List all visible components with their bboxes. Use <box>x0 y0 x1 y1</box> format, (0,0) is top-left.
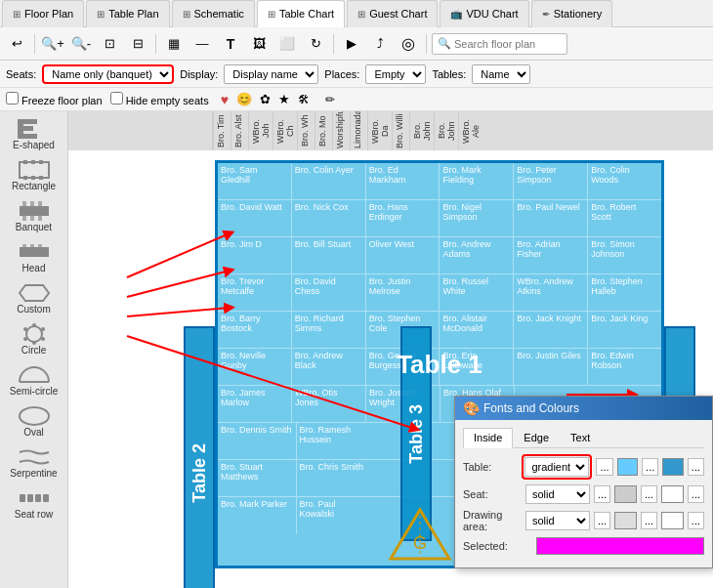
shape-custom[interactable]: Custom <box>3 279 65 317</box>
tables-select[interactable]: Name <box>472 64 530 84</box>
main-area: E-shaped Rectangle Banquet Head Custom <box>0 111 713 588</box>
seat-type-select[interactable]: solid gradient <box>525 484 590 504</box>
line-button[interactable]: — <box>189 31 215 57</box>
circle-icon <box>17 323 52 345</box>
svg-rect-16 <box>30 216 34 221</box>
drawing-type-select[interactable]: solid gradient <box>525 511 590 530</box>
zoom-fit-button[interactable]: ⊡ <box>97 31 122 57</box>
table-color2-swatch[interactable] <box>662 458 684 476</box>
seat-cell: Bro. David Chess <box>292 274 366 311</box>
print-button[interactable]: ▶ <box>339 31 364 57</box>
dialog-tab-inside[interactable]: Inside <box>463 428 513 448</box>
svg-rect-13 <box>30 201 34 206</box>
dialog-tab-edge[interactable]: Edge <box>513 428 560 447</box>
seat-color1-btn[interactable]: ... <box>594 485 610 503</box>
seat-cell: Bro. Trevor Metcalfe <box>218 274 292 311</box>
export-button[interactable]: ⤴ <box>367 31 393 57</box>
tab-stationery[interactable]: ✒ Stationery <box>531 0 613 27</box>
seat-cell: Bro. Chris Smith <box>297 460 375 496</box>
svg-rect-7 <box>39 160 43 164</box>
search-input[interactable] <box>454 38 562 50</box>
zoom-out-button[interactable]: 🔍- <box>68 31 94 57</box>
undo-button[interactable]: ↩ <box>4 31 29 57</box>
table-color1-btn[interactable]: ... <box>596 458 612 476</box>
col-header-5: Bro. Mo <box>315 111 332 150</box>
rotate-button[interactable]: ↻ <box>303 31 328 57</box>
shape-seat-row[interactable]: Seat row <box>3 484 65 523</box>
shape-e-shaped[interactable]: E-shaped <box>3 115 65 153</box>
star-icon: ★ <box>278 92 290 106</box>
image-button[interactable]: 🖼 <box>246 31 272 57</box>
seat-color2-btn[interactable]: ... <box>641 485 657 503</box>
drawing-color2-btn[interactable]: ... <box>641 512 657 529</box>
seat-cell: Bro. Justin Giles <box>514 349 588 385</box>
seat-cell: Bro. Paul Kowalski <box>297 497 375 534</box>
vdu-chart-icon: 📺 <box>450 9 462 20</box>
semi-circle-icon <box>17 364 52 386</box>
shape-head[interactable]: Head <box>3 238 65 276</box>
svg-rect-6 <box>31 160 35 164</box>
shape-banquet[interactable]: Banquet <box>3 197 65 235</box>
table-type-select[interactable]: gradient solid <box>524 457 589 477</box>
seats-bar: Seats: Name only (banquet) Display: Disp… <box>0 61 713 88</box>
freeze-checkbox[interactable] <box>6 92 19 105</box>
display-select[interactable]: Display name <box>224 64 318 84</box>
seat-cell: Bro. Edwin Robson <box>588 349 661 385</box>
shape-circle[interactable]: Circle <box>3 320 65 358</box>
svg-rect-1 <box>23 119 37 124</box>
col-header-11: Bro. John <box>434 111 458 150</box>
dialog-tab-text[interactable]: Text <box>560 428 601 447</box>
table1-label: Table 1 <box>397 350 482 380</box>
zoom-in-button[interactable]: 🔍+ <box>40 31 65 57</box>
seat-color3-btn[interactable]: ... <box>688 485 704 503</box>
seat-cell: Bro. Jack King <box>588 312 661 348</box>
floor-area: Bro. Tim Bro. Alst WBro. Joh WBro. Ch Br… <box>68 111 713 588</box>
text-button[interactable]: T <box>218 31 243 57</box>
seat-cell: Bro. Neville Gunby <box>218 349 292 385</box>
svg-point-28 <box>23 337 27 341</box>
svg-rect-0 <box>18 119 23 139</box>
svg-rect-35 <box>43 494 49 502</box>
tab-guest-chart[interactable]: ⊞ Guest Chart <box>347 0 438 27</box>
svg-rect-18 <box>20 247 49 257</box>
col-header-7: Limonada <box>350 111 367 150</box>
shape-semi-circle[interactable]: Semi-circle <box>3 361 65 399</box>
hide-empty-checkbox-label[interactable]: Hide empty seats <box>110 92 209 106</box>
hide-empty-checkbox[interactable] <box>110 92 123 105</box>
svg-rect-8 <box>23 176 27 180</box>
table-color2-btn[interactable]: ... <box>642 458 658 476</box>
drawing-color2-swatch[interactable] <box>661 512 684 529</box>
grid-button[interactable]: ▦ <box>161 31 187 57</box>
toolbar: ↩ 🔍+ 🔍- ⊡ ⊟ ▦ — T 🖼 ⬜ ↻ ▶ ⤴ ◎ 🔍 <box>0 27 713 61</box>
svg-point-24 <box>32 323 36 327</box>
toolbar-sep-3 <box>333 34 334 54</box>
schematic-icon: ⊞ <box>183 9 190 20</box>
shape-oval[interactable]: Oval <box>3 402 65 441</box>
table-color1-swatch[interactable] <box>617 458 639 476</box>
table2[interactable]: Table 2 <box>184 326 215 588</box>
shape-button[interactable]: ⬜ <box>274 31 300 57</box>
selected-color-swatch[interactable] <box>536 537 704 555</box>
tab-floor-plan[interactable]: ⊞ Floor Plan <box>2 0 84 27</box>
seat-color1-swatch[interactable] <box>614 485 637 503</box>
tab-vdu-chart[interactable]: 📺 VDU Chart <box>440 0 528 27</box>
shape-serpentine[interactable]: Serpentine <box>3 443 65 482</box>
tab-table-chart[interactable]: ⊞ Table Chart <box>257 0 345 27</box>
zoom-actual-button[interactable]: ⊟ <box>125 31 150 57</box>
tab-schematic[interactable]: ⊞ Schematic <box>172 0 255 27</box>
drawing-color1-btn[interactable]: ... <box>594 512 610 529</box>
email-button[interactable]: ◎ <box>396 31 421 57</box>
table-color3-btn[interactable]: ... <box>688 458 704 476</box>
seat-color2-swatch[interactable] <box>661 485 684 503</box>
drawing-row-label: Drawing area: <box>463 509 522 532</box>
shape-rectangle[interactable]: Rectangle <box>3 156 65 194</box>
tab-table-plan[interactable]: ⊞ Table Plan <box>86 0 169 27</box>
drawing-color1-swatch[interactable] <box>614 512 637 529</box>
toolbar-sep-2 <box>155 34 156 54</box>
drawing-color3-btn[interactable]: ... <box>688 512 704 529</box>
freeze-checkbox-label[interactable]: Freeze floor plan <box>6 92 103 106</box>
serpentine-icon <box>17 446 52 468</box>
places-select[interactable]: Empty <box>365 64 426 84</box>
seats-select[interactable]: Name only (banquet) <box>42 64 174 84</box>
col-headers: Bro. Tim Bro. Alst WBro. Joh WBro. Ch Br… <box>68 111 713 150</box>
